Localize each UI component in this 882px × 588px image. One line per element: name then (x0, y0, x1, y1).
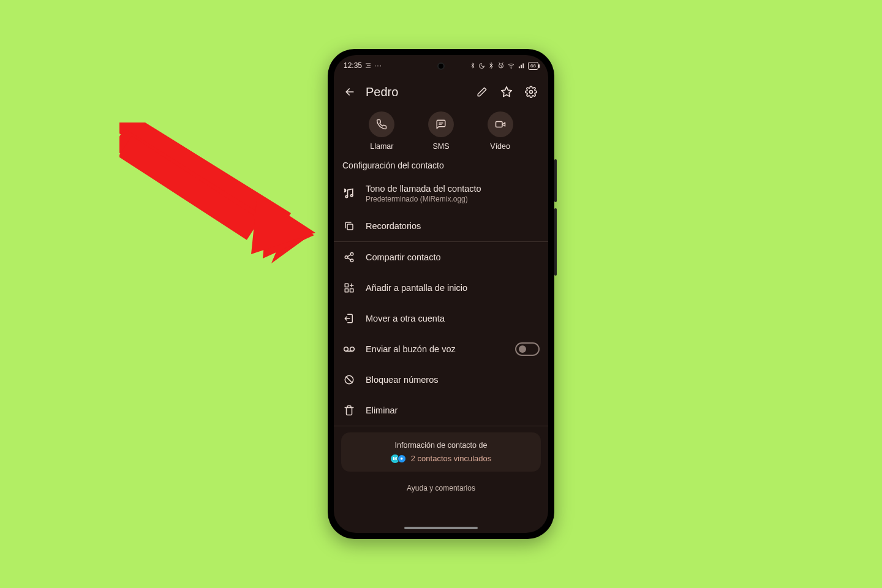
svg-marker-1 (265, 207, 309, 263)
share-contact-item[interactable]: Compartir contacto (334, 242, 548, 273)
block-item[interactable]: Bloquear números (334, 364, 548, 395)
svg-point-21 (350, 347, 355, 352)
battery-icon: 66 (528, 62, 538, 70)
voicemail-title: Enviar al buzón de voz (366, 344, 505, 354)
block-icon (342, 373, 356, 386)
app-bar: Pedro (334, 76, 548, 109)
pointer-arrow-annotation (119, 123, 322, 263)
block-title: Bloquear números (366, 375, 540, 385)
voicemail-item[interactable]: Enviar al buzón de voz (334, 334, 548, 364)
move-account-item[interactable]: Mover a otra cuenta (334, 303, 548, 334)
status-time: 12:35 (344, 61, 362, 70)
add-homescreen-item[interactable]: Añadir a pantalla de inicio (334, 273, 548, 303)
linked-contacts-card[interactable]: Información de contacto de M ● 2 contact… (341, 432, 541, 472)
delete-item[interactable]: Eliminar (334, 395, 548, 426)
gesture-nav-bar (404, 527, 478, 529)
delete-title: Eliminar (366, 405, 540, 415)
ringtone-subtitle: Predeterminado (MiRemix.ogg) (366, 195, 540, 203)
video-label: Vídeo (490, 142, 510, 151)
svg-point-9 (530, 91, 533, 94)
moon-icon (478, 62, 485, 69)
toggle-knob (519, 345, 526, 353)
message-icon (435, 119, 447, 130)
call-action[interactable]: Llamar (369, 111, 394, 151)
signal-icon (518, 62, 526, 69)
linked-badges: M ● (391, 454, 406, 463)
svg-point-12 (351, 195, 353, 197)
linked-heading: Información de contacto de (349, 441, 533, 450)
wifi-icon (507, 62, 515, 69)
share-icon (342, 251, 356, 264)
front-camera (437, 62, 445, 70)
section-header: Configuración del contacto (334, 158, 548, 176)
svg-marker-3 (263, 203, 314, 258)
alarm-icon (497, 62, 505, 69)
add-home-title: Añadir a pantalla de inicio (366, 283, 540, 293)
help-feedback-link[interactable]: Ayuda y comentarios (334, 477, 548, 495)
ringtone-title: Tono de llamada del contacto (366, 184, 540, 194)
svg-marker-5 (251, 195, 315, 254)
svg-rect-13 (347, 224, 353, 230)
svg-rect-19 (345, 289, 348, 292)
voicemail-toggle[interactable] (515, 342, 540, 356)
voicemail-icon (342, 342, 356, 356)
svg-rect-2 (119, 129, 259, 233)
svg-rect-18 (350, 289, 353, 292)
svg-rect-17 (345, 284, 348, 287)
move-title: Mover a otra cuenta (366, 314, 540, 323)
pointer-arrow-annotation (119, 123, 315, 263)
arrow-back-icon (344, 86, 356, 98)
volume-button (554, 159, 557, 202)
contact-name: Pedro (363, 85, 469, 99)
export-icon (342, 312, 356, 325)
video-action[interactable]: Vídeo (488, 111, 513, 151)
video-icon (495, 119, 506, 130)
vibrate-icon (488, 62, 495, 69)
sms-label: SMS (432, 142, 449, 151)
bluetooth-icon (470, 62, 476, 69)
edit-button[interactable] (471, 81, 493, 103)
ringtone-item[interactable]: Tono de llamada del contacto Predetermin… (334, 176, 548, 211)
badge-o-icon: ● (398, 454, 406, 463)
sms-action[interactable]: SMS (428, 111, 454, 151)
settings-button[interactable] (520, 81, 542, 103)
favorite-button[interactable] (496, 81, 518, 103)
phone-frame: 12:35 ··· 66 Pedro (328, 49, 554, 539)
trash-icon (342, 404, 356, 417)
ringtone-icon (342, 187, 356, 200)
svg-marker-0 (119, 123, 291, 233)
share-title: Compartir contacto (366, 252, 540, 262)
pencil-icon (477, 86, 488, 97)
svg-point-11 (345, 195, 347, 197)
gear-icon (525, 86, 537, 98)
quick-actions: Llamar SMS Vídeo (334, 109, 548, 158)
power-button (554, 208, 557, 276)
more-icon: ··· (374, 61, 382, 70)
star-icon (500, 86, 513, 98)
svg-point-20 (344, 347, 349, 352)
notification-icon (364, 62, 372, 69)
linked-count: 2 contactos vinculados (411, 454, 492, 463)
battery-level: 66 (530, 63, 536, 69)
svg-point-7 (511, 67, 511, 68)
reminders-item[interactable]: Recordatorios (334, 211, 548, 241)
settings-list: Tono de llamada del contacto Predetermin… (334, 176, 548, 524)
back-button[interactable] (339, 81, 361, 103)
screen: 12:35 ··· 66 Pedro (334, 55, 548, 533)
svg-rect-10 (496, 122, 502, 127)
svg-marker-8 (502, 87, 512, 97)
phone-icon (376, 119, 387, 130)
svg-rect-4 (119, 136, 260, 240)
reminders-title: Recordatorios (366, 221, 540, 231)
call-label: Llamar (370, 142, 393, 151)
widgets-icon (342, 281, 356, 295)
copy-icon (342, 219, 356, 233)
divider (334, 426, 548, 426)
